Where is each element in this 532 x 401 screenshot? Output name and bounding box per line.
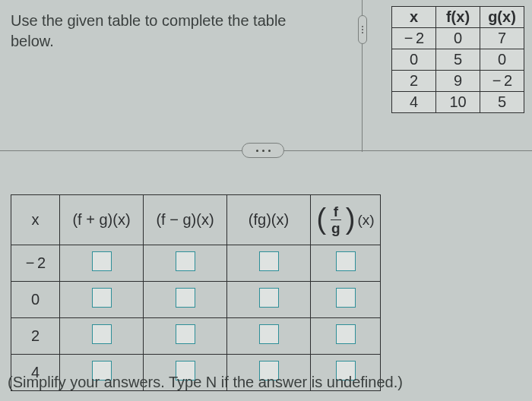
col-fx-header: f(x) — [436, 7, 480, 28]
more-button[interactable] — [242, 143, 284, 158]
cell-gx: 0 — [480, 49, 524, 71]
paren-right-icon: ) — [346, 210, 356, 228]
hint-text: (Simplify your answers. Type N if the an… — [8, 374, 403, 391]
answer-input[interactable] — [336, 288, 356, 308]
cell-fx: 10 — [436, 92, 480, 113]
ans-x: − 2 — [11, 245, 60, 282]
table-row: 4 10 5 — [392, 92, 524, 113]
answer-input[interactable] — [176, 251, 195, 271]
ans-x: 0 — [11, 282, 60, 318]
scroll-handle[interactable] — [358, 15, 367, 44]
cell-gx: − 2 — [480, 71, 524, 92]
answer-input[interactable] — [176, 324, 195, 344]
ans-col-diff: (f − g)(x) — [144, 195, 227, 245]
cell-fx: 5 — [436, 49, 480, 71]
cell-x: 4 — [392, 92, 436, 113]
answer-input[interactable] — [92, 324, 112, 344]
ans-col-x: x — [11, 195, 60, 245]
ans-col-sum: (f + g)(x) — [60, 195, 144, 245]
table-row: 2 9 − 2 — [392, 71, 524, 92]
given-data-table: x f(x) g(x) − 2 0 7 0 5 0 2 9 − 2 4 — [391, 6, 524, 113]
table-row: 0 5 0 — [392, 49, 524, 71]
cell-x: 2 — [392, 71, 436, 92]
instruction-text: Use the given table to complete the tabl… — [11, 11, 322, 52]
table-row: − 2 — [11, 245, 381, 282]
ans-col-quot: ( f g ) (x) — [311, 195, 381, 245]
col-gx-header: g(x) — [480, 7, 524, 28]
cell-x: − 2 — [392, 28, 436, 49]
cell-gx: 5 — [480, 92, 524, 113]
answer-input[interactable] — [259, 324, 279, 344]
answer-input[interactable] — [336, 251, 356, 271]
answer-input[interactable] — [92, 288, 112, 308]
answer-input[interactable] — [176, 288, 195, 308]
table-row: 0 — [11, 282, 381, 318]
paren-left-icon: ( — [316, 210, 326, 228]
cell-fx: 9 — [436, 71, 480, 92]
table-row: − 2 0 7 — [392, 28, 524, 49]
ans-col-prod: (fg)(x) — [227, 195, 311, 245]
cell-fx: 0 — [436, 28, 480, 49]
table-row: 2 — [11, 318, 381, 355]
quot-numerator: f — [331, 204, 341, 220]
answer-input[interactable] — [259, 251, 279, 271]
quot-denominator: g — [328, 220, 344, 235]
answer-input[interactable] — [92, 251, 112, 271]
col-x-header: x — [392, 7, 436, 28]
quot-suffix: (x) — [357, 212, 374, 229]
cell-x: 0 — [392, 49, 436, 71]
cell-gx: 7 — [480, 28, 524, 49]
answer-table: x (f + g)(x) (f − g)(x) (fg)(x) ( f g ) … — [11, 194, 381, 391]
answer-input[interactable] — [259, 288, 279, 308]
answer-input[interactable] — [336, 324, 356, 344]
ans-x: 2 — [11, 318, 60, 355]
